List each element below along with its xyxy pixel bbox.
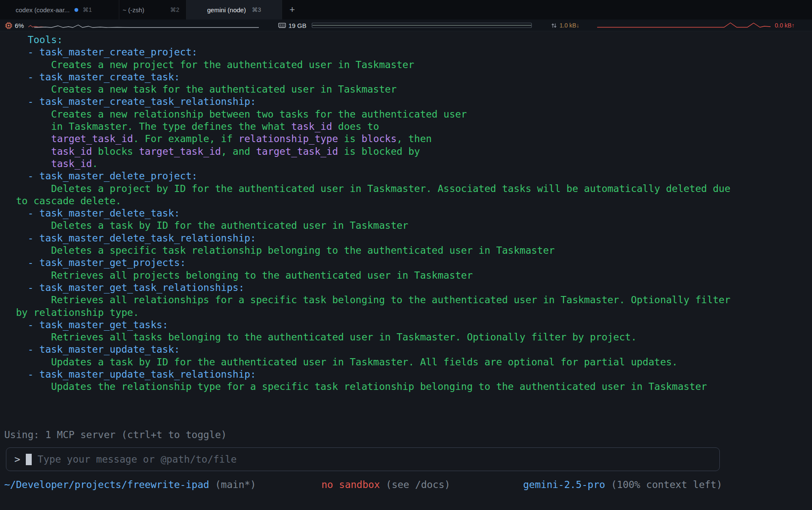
terminal-line: - task_master_get_projects:	[4, 257, 812, 269]
terminal-line: - task_master_delete_project:	[4, 170, 812, 182]
sandbox-note: (see /docs)	[380, 479, 450, 490]
git-branch: (main*)	[209, 479, 256, 490]
cpu-icon	[5, 22, 12, 29]
tab-shortcut: ⌘3	[252, 6, 261, 13]
terminal-line: task_id.	[4, 158, 812, 170]
tab-bar: codex (codex-aar...⌘1~ (-zsh)⌘2gemini (n…	[0, 0, 812, 19]
terminal-line: Deletes a project by ID for the authenti…	[4, 183, 812, 195]
terminal-line: - task_master_delete_task_relationship:	[4, 232, 812, 244]
network-down-value: 1.0 kB↓	[560, 22, 579, 29]
terminal-line: Creates a new relationship between two t…	[4, 108, 812, 121]
tab-label: ~ (-zsh)	[123, 6, 144, 14]
cpu-meter: 6%	[5, 19, 24, 31]
memory-meter: 19 GB	[278, 19, 307, 31]
terminal-output: Tools: - task_master_create_project: Cre…	[0, 31, 812, 393]
tab-strip: codex (codex-aar...⌘1~ (-zsh)⌘2gemini (n…	[0, 0, 282, 19]
terminal-line: Deletes a specific task relationship bel…	[4, 244, 812, 257]
terminal-line: - task_master_create_task:	[4, 71, 812, 83]
memory-value: 19 GB	[288, 22, 307, 29]
input-placeholder: Type your message or @path/to/file	[38, 454, 237, 465]
footer: ~/Developer/projects/freewrite-ipad (mai…	[0, 479, 812, 491]
cwd-branch: ~/Developer/projects/freewrite-ipad (mai…	[4, 479, 256, 491]
new-tab-button[interactable]: +	[282, 0, 302, 19]
network-meter: 1.0 kB↓	[551, 19, 579, 31]
tab-label: gemini (node)	[207, 6, 246, 14]
terminal-line: Creates a new task for the authenticated…	[4, 83, 812, 96]
input-prompt: >	[14, 454, 20, 465]
terminal-line: Retrieves all tasks belonging to the aut…	[4, 331, 812, 343]
cwd-path: ~/Developer/projects/freewrite-ipad	[4, 479, 209, 490]
message-input[interactable]: > Type your message or @path/to/file	[6, 447, 720, 471]
terminal-line: Creates a new project for the authentica…	[4, 59, 812, 71]
terminal-line: - task_master_get_tasks:	[4, 319, 812, 331]
network-icon	[551, 22, 557, 29]
terminal-line: in Taskmaster. The type defines the what…	[4, 121, 812, 133]
terminal-line: Updates the relationship type for a spec…	[4, 381, 812, 393]
terminal-line: - task_master_delete_task:	[4, 207, 812, 219]
memory-icon	[278, 23, 286, 28]
sandbox-label: no sandbox	[321, 479, 380, 490]
cpu-value: 6%	[15, 22, 24, 29]
terminal-line: Retrieves all projects belonging to the …	[4, 269, 812, 282]
context-left: (100% context left)	[605, 479, 722, 490]
mcp-status-line: Using: 1 MCP server (ctrl+t to toggle)	[4, 429, 227, 441]
model-name: gemini-2.5-pro	[523, 479, 605, 490]
tab-shortcut: ⌘2	[170, 6, 179, 13]
terminal-line: task_id blocks target_task_id, and targe…	[4, 145, 812, 158]
network-up-value: 0.0 kB↑	[775, 19, 795, 31]
activity-indicator-dot	[74, 8, 78, 12]
cpu-graph	[28, 22, 259, 29]
text-cursor	[26, 454, 32, 465]
tab-shortcut: ⌘1	[83, 6, 92, 13]
tab-codex[interactable]: codex (codex-aar...⌘1	[0, 0, 119, 19]
sandbox-status: no sandbox (see /docs)	[321, 479, 450, 491]
memory-bar	[312, 22, 532, 28]
tab-label: codex (codex-aar...	[16, 6, 70, 14]
tab-zsh[interactable]: ~ (-zsh)⌘2	[119, 0, 187, 19]
terminal-line: Retrieves all relationships for a specif…	[4, 294, 812, 306]
tab-gemini-node[interactable]: gemini (node)⌘3	[187, 0, 282, 19]
model-status: gemini-2.5-pro (100% context left)	[523, 479, 722, 491]
network-graph	[597, 22, 771, 29]
terminal-line: Updates a task by ID for the authenticat…	[4, 356, 812, 368]
terminal-line: by relationship type.	[4, 307, 812, 319]
terminal-line: target_task_id. For example, if relation…	[4, 133, 812, 145]
terminal-line: Deletes a task by ID for the authenticat…	[4, 219, 812, 232]
terminal-line: - task_master_create_task_relationship:	[4, 96, 812, 108]
terminal-line: - task_master_get_task_relationships:	[4, 282, 812, 294]
terminal-line: - task_master_update_task_relationship:	[4, 368, 812, 381]
terminal-line: - task_master_update_task:	[4, 343, 812, 356]
status-bar: 6% 19 GB 1.0 kB↓ 0.0 kB↑	[0, 19, 812, 31]
terminal-line: - task_master_create_project:	[4, 46, 812, 58]
terminal-line: to cascade delete.	[4, 195, 812, 207]
terminal-line: Tools:	[4, 34, 812, 46]
